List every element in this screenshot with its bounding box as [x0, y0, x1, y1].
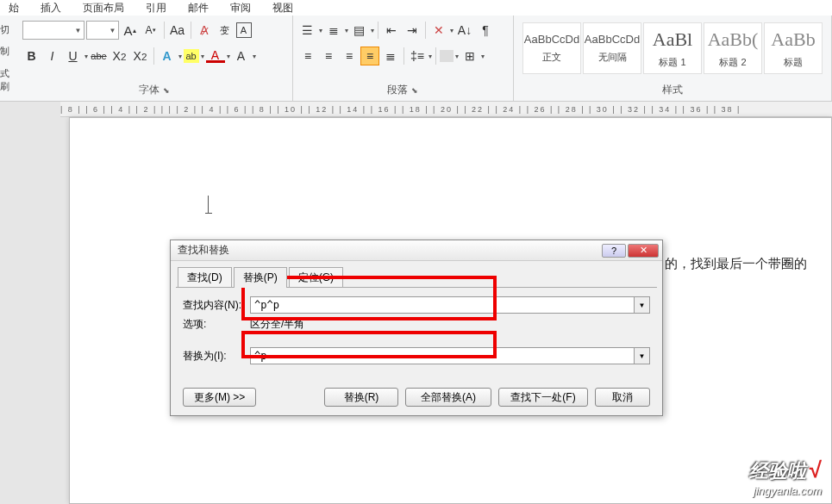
- phonetic-button[interactable]: 变: [216, 21, 235, 40]
- show-marks-button[interactable]: ¶: [476, 21, 495, 40]
- text-effects-button[interactable]: A: [158, 47, 177, 65]
- find-label: 查找内容(N):: [183, 298, 250, 313]
- tab-review[interactable]: 审阅: [230, 1, 251, 16]
- chevron-down-icon[interactable]: ▾: [481, 53, 485, 60]
- style-heading2[interactable]: AaBb(标题 2: [704, 22, 762, 74]
- tab-goto[interactable]: 定位(G): [289, 267, 343, 288]
- shading-button[interactable]: [440, 50, 454, 62]
- underline-button[interactable]: U: [64, 47, 83, 65]
- replace-input[interactable]: [250, 347, 635, 364]
- style-gallery: AaBbCcDd正文 AaBbCcDd无间隔 AaBl标题 1 AaBb(标题 …: [519, 19, 826, 78]
- more-button[interactable]: 更多(M) >>: [183, 388, 256, 407]
- align-center-button[interactable]: ≡: [319, 47, 338, 65]
- grow-font-button[interactable]: A▴: [121, 21, 140, 40]
- tab-insert[interactable]: 插入: [41, 1, 61, 16]
- strike-button[interactable]: abe: [90, 47, 109, 65]
- dialog-title: 查找和替换: [174, 243, 600, 258]
- tab-references[interactable]: 引用: [146, 1, 166, 16]
- chevron-down-icon[interactable]: ▾: [227, 53, 230, 60]
- chevron-down-icon[interactable]: ▾: [429, 53, 432, 60]
- font-color-button[interactable]: A: [206, 49, 225, 63]
- replace-button[interactable]: 替换(R): [324, 388, 398, 407]
- tab-view[interactable]: 视图: [272, 1, 293, 16]
- font-group: ▼ ▼ A▴ A▾ Aa A̷ 变 A B I U ▾ abe X2 X2 A: [17, 16, 293, 101]
- dialog-panel: 查找内容(N): ▼ 选项: 区分全/半角 替换为(I): ▼: [176, 287, 657, 399]
- horizontal-ruler[interactable]: | 8 | | 6 | | 4 | | 2 | | | | 2 | | 4 | …: [60, 102, 832, 117]
- chevron-down-icon[interactable]: ▾: [345, 27, 348, 34]
- line-spacing-button[interactable]: ‡≡: [408, 47, 427, 65]
- chevron-down-icon: ▼: [109, 27, 116, 34]
- dialog-button-row: 更多(M) >> 替换(R) 全部替换(A) 查找下一处(F) 取消: [171, 388, 662, 407]
- enclose-button[interactable]: A: [236, 22, 252, 38]
- clear-format-button[interactable]: A̷: [195, 21, 214, 40]
- copy-partial[interactable]: 制: [0, 45, 17, 58]
- sort-button[interactable]: A↓: [455, 21, 474, 40]
- chevron-down-icon[interactable]: ▾: [450, 27, 454, 34]
- change-case-button[interactable]: Aa: [168, 21, 187, 40]
- replace-history-dropdown[interactable]: ▼: [635, 347, 650, 364]
- replace-all-button[interactable]: 全部替换(A): [405, 388, 491, 407]
- superscript-button[interactable]: X2: [131, 47, 150, 65]
- dialog-titlebar[interactable]: 查找和替换 ? ✕: [171, 240, 662, 261]
- style-heading1[interactable]: AaBl标题 1: [643, 22, 702, 74]
- chevron-down-icon[interactable]: ▾: [455, 53, 459, 60]
- subscript-button[interactable]: X2: [110, 47, 129, 65]
- options-value: 区分全/半角: [250, 317, 304, 332]
- dialog-launcher-icon[interactable]: ⬊: [411, 86, 418, 95]
- ribbon-tabs: 始 插入 页面布局 引用 邮件 审阅 视图: [0, 0, 832, 16]
- options-label: 选项:: [183, 317, 250, 332]
- tab-mailings[interactable]: 邮件: [188, 1, 209, 16]
- tab-layout[interactable]: 页面布局: [83, 1, 124, 16]
- chevron-down-icon[interactable]: ▾: [371, 27, 374, 34]
- document-text: 的，找到最后一个带圈的: [665, 256, 807, 272]
- text-cursor: [208, 196, 209, 213]
- chevron-down-icon[interactable]: ▾: [319, 27, 322, 34]
- paragraph-group-label: 段落: [387, 83, 408, 97]
- cancel-button[interactable]: 取消: [595, 388, 650, 407]
- numbering-button[interactable]: ≣: [324, 21, 343, 40]
- watermark: 经验啦 √ jingyanla.com: [749, 457, 822, 497]
- multilevel-button[interactable]: ▤: [350, 21, 369, 40]
- shrink-font-button[interactable]: A▾: [141, 21, 160, 40]
- dialog-tabs: 查找(D) 替换(P) 定位(G): [171, 261, 662, 287]
- help-button[interactable]: ?: [602, 244, 626, 258]
- asian-layout-button[interactable]: A: [232, 47, 251, 65]
- style-title[interactable]: AaBb标题: [764, 22, 823, 74]
- style-nospacing[interactable]: AaBbCcDd无间隔: [583, 22, 641, 74]
- align-left-button[interactable]: ≡: [298, 47, 317, 65]
- tab-home[interactable]: 始: [9, 1, 19, 16]
- font-size-combo[interactable]: ▼: [86, 21, 119, 40]
- find-history-dropdown[interactable]: ▼: [635, 296, 650, 314]
- replace-label: 替换为(I):: [183, 349, 250, 364]
- chevron-down-icon[interactable]: ▾: [178, 53, 182, 60]
- indent-left-button[interactable]: ⇤: [382, 21, 401, 40]
- tab-find[interactable]: 查找(D): [178, 267, 232, 288]
- dialog-launcher-icon[interactable]: ⬊: [163, 86, 170, 95]
- align-right-button[interactable]: ≡: [340, 47, 359, 65]
- ribbon-body: 切 制 式刷 ▼ ▼ A▴ A▾ Aa A̷ 变 A B I U ▾: [0, 16, 832, 102]
- chevron-down-icon[interactable]: ▾: [84, 53, 88, 60]
- chevron-down-icon[interactable]: ▾: [201, 53, 204, 60]
- font-family-combo[interactable]: ▼: [22, 21, 84, 40]
- find-replace-dialog: 查找和替换 ? ✕ 查找(D) 替换(P) 定位(G) 查找内容(N): ▼ 选…: [170, 240, 663, 416]
- bold-button[interactable]: B: [22, 47, 41, 65]
- style-normal[interactable]: AaBbCcDd正文: [522, 22, 581, 74]
- asian-dist-button[interactable]: ✕: [429, 21, 448, 40]
- close-button[interactable]: ✕: [628, 244, 659, 258]
- align-justify-button[interactable]: ≡: [360, 47, 379, 65]
- find-input[interactable]: [250, 296, 635, 314]
- chevron-down-icon: ▼: [75, 27, 82, 34]
- tab-replace[interactable]: 替换(P): [234, 267, 287, 288]
- cut-partial[interactable]: 切: [0, 23, 17, 36]
- italic-button[interactable]: I: [43, 47, 62, 65]
- borders-button[interactable]: ⊞: [460, 47, 479, 65]
- font-group-label: 字体: [139, 83, 160, 97]
- bullets-button[interactable]: ☰: [298, 21, 317, 40]
- chevron-down-icon[interactable]: ▾: [253, 53, 256, 60]
- align-dist-button[interactable]: ≣: [381, 47, 400, 65]
- painter-partial[interactable]: 式刷: [0, 67, 17, 93]
- highlight-button[interactable]: ab: [184, 49, 199, 63]
- indent-right-button[interactable]: ⇥: [403, 21, 422, 40]
- paragraph-group: ☰▾ ≣▾ ▤▾ ⇤ ⇥ ✕▾ A↓ ¶ ≡ ≡ ≡ ≡ ≣ ‡≡▾ ▾: [293, 16, 514, 101]
- find-next-button[interactable]: 查找下一处(F): [498, 388, 588, 407]
